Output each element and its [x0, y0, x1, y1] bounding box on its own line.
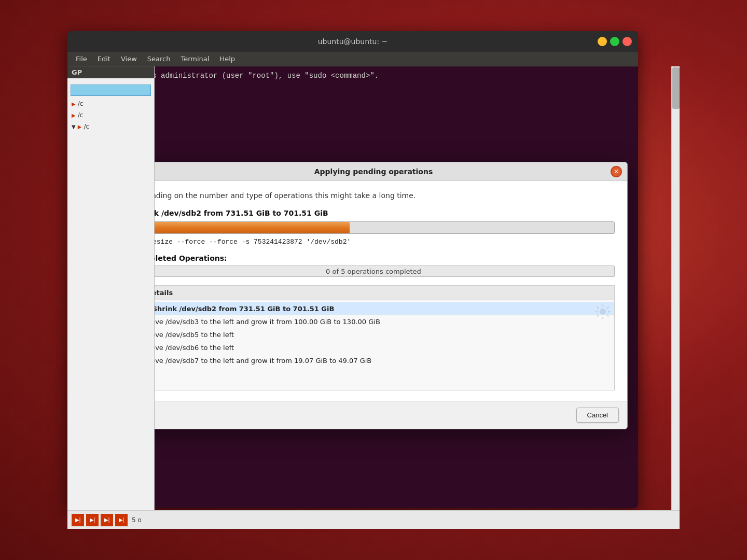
sidebar-item-1[interactable]: ▶ /c	[67, 98, 154, 109]
arrow-icon-3: ▶	[78, 124, 82, 130]
sidebar-item-label-1: /c	[78, 100, 84, 107]
details-item-text-3: Move /dev/sdb5 to the left	[145, 331, 234, 339]
details-item-text-4: Move /dev/sdb6 to the left	[145, 344, 234, 352]
right-scrollbar[interactable]	[671, 66, 680, 510]
bottom-btn-2[interactable]: ▶|	[86, 514, 99, 526]
dialog-body: Depending on the number and type of oper…	[120, 181, 627, 401]
details-item-text-5: Move /dev/sdb7 to the left and grow it f…	[145, 357, 371, 365]
sidebar-item-3[interactable]: ▼ ▶ /c	[67, 121, 154, 132]
gparted-sidebar: GP ▶ /c ▶ /c ▼ ▶ /c	[67, 66, 155, 510]
dialog-footer: Cancel	[120, 401, 627, 429]
details-item-text-1: Shrink /dev/sdb2 from 731.51 GiB to 701.…	[153, 305, 335, 313]
details-item-2: Move /dev/sdb3 to the left and grow it f…	[133, 315, 614, 328]
details-item-3: Move /dev/sdb5 to the left	[133, 328, 614, 341]
cancel-button[interactable]: Cancel	[576, 408, 619, 423]
bottom-toolbar: ▶| ▶| ▶| ▶| 5 o	[67, 510, 680, 529]
dialog-titlebar: Applying pending operations ✕	[120, 162, 627, 181]
details-item-1: ▶ Shrink /dev/sdb2 from 731.51 GiB to 70…	[133, 302, 614, 315]
sidebar-gp-label: GP	[67, 66, 154, 78]
arrow-icon-1: ▶	[72, 101, 76, 107]
progress-bar-container	[132, 221, 615, 234]
sidebar-item-label-2: /c	[78, 111, 84, 119]
applying-operations-dialog: Applying pending operations ✕ Depending …	[119, 162, 628, 429]
operation-title: Shrink /dev/sdb2 from 731.51 GiB to 701.…	[132, 209, 615, 217]
dialog-title: Applying pending operations	[314, 167, 433, 176]
scrollbar-thumb[interactable]	[672, 67, 680, 109]
dialog-subtitle: Depending on the number and type of oper…	[132, 191, 615, 200]
completed-label: Completed Operations:	[132, 254, 615, 262]
gear-icon	[593, 302, 612, 321]
svg-point-0	[600, 309, 606, 315]
arrow-down-icon: ▼	[72, 124, 76, 130]
details-item-5: Move /dev/sdb7 to the left and grow it f…	[133, 354, 614, 367]
operation-section: Shrink /dev/sdb2 from 731.51 GiB to 701.…	[132, 209, 615, 246]
details-section: Details ▶ Shrink /dev/sdb2 from 731.51 G…	[132, 285, 615, 390]
sidebar-item-2[interactable]: ▶ /c	[67, 109, 154, 121]
arrow-icon-2: ▶	[72, 113, 76, 118]
details-item-4: Move /dev/sdb6 to the left	[133, 341, 614, 354]
details-item-text-2: Move /dev/sdb3 to the left and grow it f…	[145, 318, 380, 326]
details-header[interactable]: Details	[133, 286, 614, 300]
cursor-area	[133, 367, 614, 388]
sidebar-item-label-3: /c	[84, 123, 89, 130]
sidebar-label	[67, 78, 154, 82]
partition-bar-visual	[71, 85, 151, 96]
details-list: ▶ Shrink /dev/sdb2 from 731.51 GiB to 70…	[133, 300, 614, 390]
command-text: ntfsresize --force --force -s 7532414238…	[132, 238, 615, 246]
dialog-close-button[interactable]: ✕	[611, 166, 622, 177]
completed-progress: 0 of 5 operations completed	[132, 265, 615, 277]
progress-bar-fill	[133, 222, 350, 233]
bottom-btn-1[interactable]: ▶|	[72, 514, 84, 526]
bottom-status-text: 5 o	[132, 516, 142, 524]
completed-section: Completed Operations: 0 of 5 operations …	[132, 254, 615, 277]
bottom-btn-4[interactable]: ▶|	[115, 514, 128, 526]
bottom-btn-3[interactable]: ▶|	[101, 514, 113, 526]
